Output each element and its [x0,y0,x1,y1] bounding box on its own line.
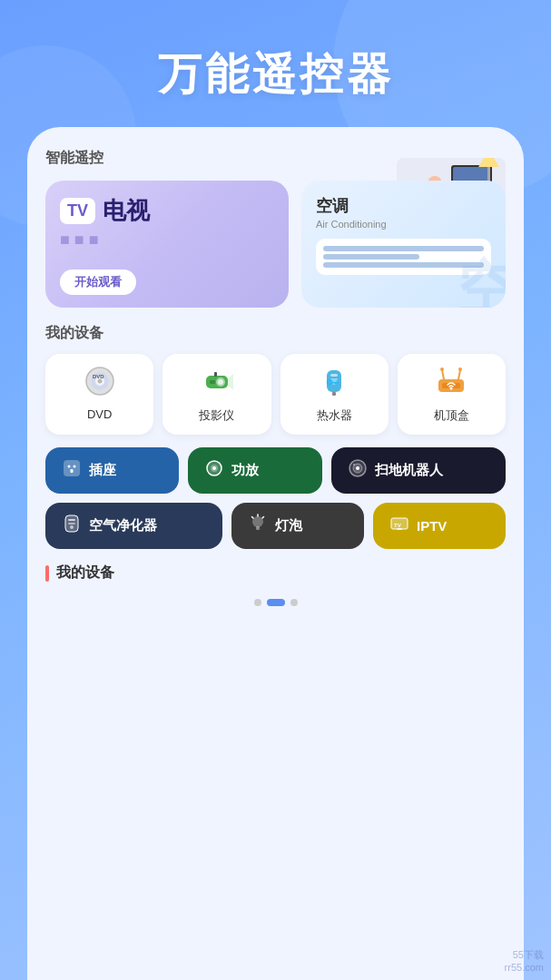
button-row-2: 空气净化器 灯泡 TV IPTV [45,503,506,549]
iptv-button[interactable]: TV IPTV [373,503,506,549]
purifier-icon [62,514,82,538]
svg-line-40 [442,370,444,379]
svg-marker-28 [228,374,233,390]
svg-point-46 [68,466,71,468]
page-title: 万能遥控器 [0,0,551,131]
device-grid: DVD DVD 投影仪 [45,354,506,435]
tv-card-header: TV 电视 [60,195,274,227]
svg-point-42 [440,368,444,371]
svg-point-44 [450,387,453,390]
iptv-icon: TV [389,514,409,538]
device-dvd[interactable]: DVD DVD [45,354,153,435]
bottom-section: 我的设备 [45,564,506,590]
ac-line-2 [323,254,419,260]
svg-text:TV: TV [394,523,401,528]
phone-mockup: 智能遥控 TV 电视 ■ ■ ■ 开始观看 空调 Air Conditionin… [27,127,524,980]
svg-point-60 [252,516,263,527]
bulb-icon [248,514,268,538]
bulb-button[interactable]: 灯泡 [231,503,364,549]
outlet-button[interactable]: 插座 [45,447,179,494]
dot-1[interactable] [254,599,261,606]
svg-point-25 [218,379,223,385]
svg-point-54 [356,466,359,470]
iptv-label: IPTV [417,518,447,534]
watermark: 55下载 rr55.com [505,948,544,973]
button-row-1: 插座 功放 扫地机器人 [45,447,506,494]
svg-line-41 [458,370,460,379]
outlet-label: 插座 [89,462,116,479]
svg-rect-61 [256,526,260,530]
robot-icon [348,458,368,483]
water-heater-label: 热水器 [317,407,352,424]
my-devices-label: 我的设备 [45,324,506,343]
water-heater-icon [318,365,350,402]
top-cards-row: TV 电视 ■ ■ ■ 开始观看 空调 Air Conditioning 空 [45,181,506,308]
svg-point-43 [458,368,462,371]
watermark-line1: 55下载 [505,948,544,962]
svg-rect-58 [68,523,75,524]
svg-text:DVD: DVD [93,374,104,379]
device-water-heater[interactable]: 热水器 [280,354,389,435]
ac-card[interactable]: 空调 Air Conditioning 空 [301,181,506,308]
ac-bg-text: 空 [457,259,506,308]
svg-rect-27 [214,372,217,377]
purifier-label: 空气净化器 [89,517,157,534]
tv-card-subtitle: ■ ■ ■ [60,230,274,250]
set-top-box-icon [435,365,467,402]
amp-label: 功放 [231,462,259,479]
projector-label: 投影仪 [199,407,234,424]
bottom-indicator [45,565,49,582]
dot-3[interactable] [290,599,298,606]
bottom-label: 我的设备 [56,564,114,583]
device-projector[interactable]: 投影仪 [162,354,271,435]
dvd-label: DVD [87,407,112,421]
amp-button[interactable]: 功放 [188,447,321,494]
watermark-line2: rr55.com [505,962,544,973]
dvd-icon: DVD [84,365,116,402]
svg-rect-45 [64,460,80,476]
start-watching-button[interactable]: 开始观看 [60,270,136,295]
svg-rect-26 [210,380,215,384]
svg-point-59 [70,525,74,529]
set-top-box-label: 机顶盒 [434,407,469,424]
pagination-dots [45,599,506,606]
bulb-label: 灯泡 [275,517,302,534]
svg-point-51 [212,466,216,470]
dot-2[interactable] [267,599,285,606]
svg-point-47 [74,466,76,468]
projector-icon [201,365,233,402]
device-set-top-box[interactable]: 机顶盒 [398,354,506,435]
svg-rect-57 [68,519,75,521]
robot-button[interactable]: 扫地机器人 [331,447,506,494]
tv-card-title: 电视 [103,195,150,227]
svg-rect-30 [330,374,338,377]
ac-card-subtitle: Air Conditioning [316,219,491,230]
ac-card-title: 空调 [316,195,491,217]
svg-rect-35 [330,382,338,384]
svg-rect-36 [335,382,337,385]
svg-rect-37 [337,382,339,384]
robot-label: 扫地机器人 [375,462,443,479]
svg-line-63 [262,517,264,519]
svg-point-55 [353,464,355,466]
purifier-button[interactable]: 空气净化器 [45,503,222,549]
tv-badge: TV [60,198,95,224]
svg-rect-48 [71,469,74,473]
outlet-icon [62,458,82,483]
svg-point-21 [97,379,102,384]
tv-card[interactable]: TV 电视 ■ ■ ■ 开始观看 [45,181,289,308]
ac-line-1 [323,246,484,251]
amp-icon [204,458,224,483]
svg-line-64 [251,517,253,519]
svg-rect-32 [332,392,336,396]
